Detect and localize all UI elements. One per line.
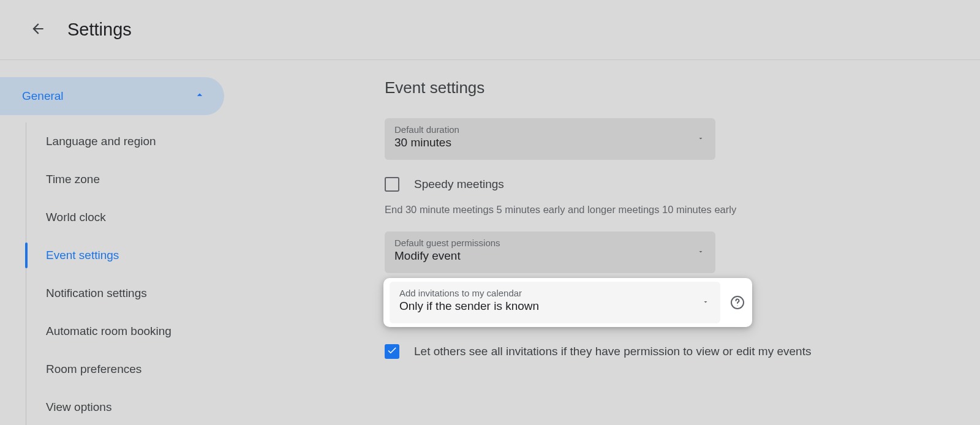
checkmark-icon: [386, 345, 398, 358]
sidebar-item-time-zone[interactable]: Time zone: [26, 160, 233, 198]
let-others-see-row: Let others see all invitations if they h…: [385, 344, 980, 359]
help-button[interactable]: [730, 295, 745, 310]
sidebar-item-event-settings[interactable]: Event settings: [26, 236, 233, 274]
let-others-see-checkbox[interactable]: [385, 344, 399, 359]
svg-point-1: [737, 305, 737, 306]
settings-sidebar: General Language and region Time zone Wo…: [0, 60, 233, 425]
sidebar-item-label: View options: [46, 401, 111, 414]
select-label: Default guest permissions: [394, 238, 706, 248]
chevron-up-icon: [194, 89, 206, 103]
checkbox-label: Speedy meetings: [414, 178, 504, 191]
select-label: Add invitations to my calendar: [399, 288, 710, 298]
section-heading: Event settings: [385, 78, 980, 97]
help-icon: [730, 301, 745, 312]
sidebar-subnav: Language and region Time zone World cloc…: [26, 122, 233, 425]
checkbox-label: Let others see all invitations if they h…: [414, 345, 811, 358]
caret-down-icon: [702, 297, 709, 308]
select-value: Only if the sender is known: [399, 299, 710, 313]
select-value: 30 minutes: [394, 136, 706, 149]
add-invitations-select[interactable]: Add invitations to my calendar Only if t…: [390, 282, 720, 323]
sidebar-item-label: Notification settings: [46, 287, 147, 300]
sidebar-item-view-options[interactable]: View options: [26, 388, 233, 425]
speedy-meetings-checkbox[interactable]: [385, 177, 399, 192]
speedy-meetings-row: Speedy meetings: [385, 177, 980, 192]
select-label: Default duration: [394, 124, 706, 135]
sidebar-item-notification-settings[interactable]: Notification settings: [26, 274, 233, 312]
sidebar-item-label: Room preferences: [46, 363, 141, 376]
sidebar-item-room-preferences[interactable]: Room preferences: [26, 350, 233, 388]
page-title: Settings: [67, 20, 132, 40]
sidebar-item-label: Language and region: [46, 135, 156, 148]
caret-down-icon: [697, 134, 704, 145]
sidebar-item-label: Automatic room booking: [46, 325, 172, 338]
select-value: Modify event: [394, 249, 706, 263]
sidebar-item-label: World clock: [46, 211, 106, 224]
sidebar-item-language-and-region[interactable]: Language and region: [26, 122, 233, 160]
caret-down-icon: [697, 247, 704, 258]
default-duration-select[interactable]: Default duration 30 minutes: [385, 118, 715, 160]
add-invitations-card: Add invitations to my calendar Only if t…: [383, 278, 752, 327]
sidebar-item-label: Event settings: [46, 249, 119, 262]
sidebar-item-world-clock[interactable]: World clock: [26, 198, 233, 236]
speedy-meetings-help: End 30 minute meetings 5 minutes early a…: [385, 204, 980, 216]
sidebar-section-general[interactable]: General: [0, 77, 224, 115]
top-bar: Settings: [0, 0, 980, 60]
back-button[interactable]: [23, 15, 53, 45]
sidebar-section-label: General: [22, 89, 64, 103]
guest-permissions-select[interactable]: Default guest permissions Modify event: [385, 231, 715, 273]
settings-content: Event settings Default duration 30 minut…: [233, 60, 980, 425]
sidebar-item-automatic-room-booking[interactable]: Automatic room booking: [26, 312, 233, 350]
arrow-left-icon: [30, 21, 46, 39]
sidebar-item-label: Time zone: [46, 173, 100, 186]
